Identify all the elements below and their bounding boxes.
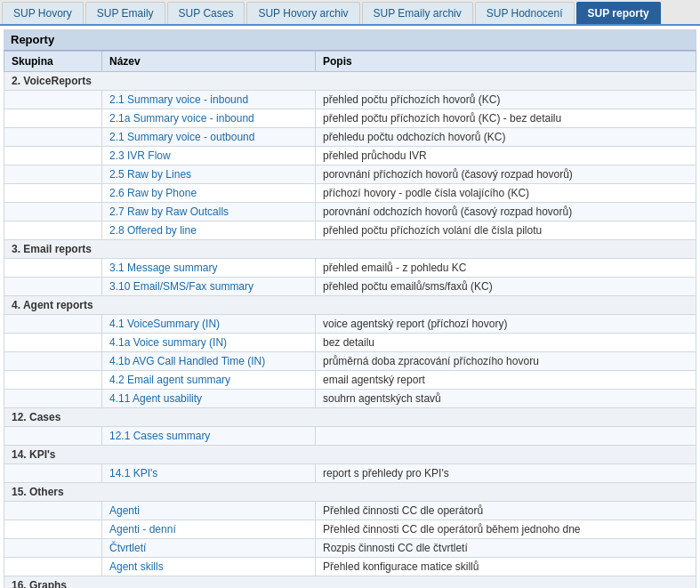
cell-popis: Přehled činnosti CC dle operátorů během … (316, 520, 696, 539)
group-row-g14: 14. KPI's (4, 446, 696, 464)
cell-popis: přehled počtu příchozích volání dle čísl… (316, 222, 696, 240)
table-row: 3.10 Email/SMS/Fax summarypřehled počtu … (4, 278, 696, 296)
tab-bar: SUP HovorySUP EmailySUP CasesSUP Hovory … (0, 0, 700, 26)
table-row: 4.11 Agent usabilitysouhrn agentských st… (4, 390, 696, 408)
cell-skupina (4, 371, 102, 390)
cell-nazev[interactable]: 3.1 Message summary (102, 259, 316, 278)
table-row: 2.5 Raw by Linesporovnání příchozích hov… (4, 165, 696, 184)
cell-nazev[interactable]: Agenti (102, 502, 316, 520)
cell-nazev[interactable]: Agenti - denní (102, 520, 316, 539)
cell-popis: příchozí hovory - podle čísla volajícího… (316, 184, 696, 203)
group-label: 16. Graphs (4, 576, 696, 589)
table-row: 2.7 Raw by Raw Outcallsporovnání odchozí… (4, 203, 696, 222)
table-row: Agent skillsPřehled konfigurace matice s… (4, 558, 696, 576)
cell-popis: přehled emailů - z pohledu KC (316, 259, 696, 278)
col-skupina: Skupina (4, 52, 102, 72)
cell-nazev[interactable]: 4.1b AVG Call Handled Time (IN) (102, 352, 316, 371)
cell-popis: porovnání odchozích hovorů (časový rozpa… (316, 203, 696, 222)
group-label: 2. VoiceReports (4, 72, 696, 91)
section-title: Reporty (11, 33, 54, 46)
cell-nazev[interactable]: 2.3 IVR Flow (102, 147, 316, 165)
cell-skupina (4, 558, 102, 576)
tab-emaily-archiv[interactable]: SUP Emaily archiv (362, 2, 473, 24)
cell-skupina (4, 520, 102, 539)
cell-skupina (4, 352, 102, 371)
section-header: Reporty (4, 29, 696, 51)
table-row: 2.6 Raw by Phonepříchozí hovory - podle … (4, 184, 696, 203)
cell-skupina (4, 109, 102, 128)
table-row: 4.1a Voice summary (IN)bez detailu (4, 334, 696, 352)
cell-nazev[interactable]: 2.7 Raw by Raw Outcalls (102, 203, 316, 222)
table-row: 14.1 KPI'sreport s přehledy pro KPI's (4, 464, 696, 483)
group-row-g12: 12. Cases (4, 408, 696, 427)
table-row: 2.1 Summary voice - inboundpřehled počtu… (4, 91, 696, 109)
group-row-g2: 2. VoiceReports (4, 72, 696, 91)
cell-nazev[interactable]: 2.8 Offered by line (102, 222, 316, 240)
cell-nazev[interactable]: 12.1 Cases summary (102, 427, 316, 446)
cell-skupina (4, 539, 102, 558)
cell-nazev[interactable]: 14.1 KPI's (102, 464, 316, 483)
cell-popis: email agentský report (316, 371, 696, 390)
table-row: 2.1a Summary voice - inboundpřehled počt… (4, 109, 696, 128)
cell-skupina (4, 315, 102, 334)
cell-skupina (4, 203, 102, 222)
tab-hovory-archiv[interactable]: SUP Hovory archiv (246, 2, 359, 24)
cell-nazev[interactable]: 2.1 Summary voice - outbound (102, 128, 316, 147)
cell-skupina (4, 464, 102, 483)
cell-nazev[interactable]: 4.11 Agent usability (102, 390, 316, 408)
cell-nazev[interactable]: 2.6 Raw by Phone (102, 184, 316, 203)
cell-nazev[interactable]: 2.5 Raw by Lines (102, 165, 316, 184)
cell-nazev[interactable]: 2.1 Summary voice - inbound (102, 91, 316, 109)
table-row: 4.1 VoiceSummary (IN)voice agentský repo… (4, 315, 696, 334)
cell-popis: přehled počtu příchozích hovorů (KC) - b… (316, 109, 696, 128)
group-row-g3: 3. Email reports (4, 240, 696, 259)
cell-nazev[interactable]: 4.1 VoiceSummary (IN) (102, 315, 316, 334)
tab-cases[interactable]: SUP Cases (167, 2, 245, 24)
tab-hodnoceni[interactable]: SUP Hodnocení (475, 2, 575, 24)
table-row: 2.3 IVR Flowpřehled průchodu IVR (4, 147, 696, 165)
cell-skupina (4, 390, 102, 408)
cell-popis: Přehled konfigurace matice skillů (316, 558, 696, 576)
cell-nazev[interactable]: Čtvrtletí (102, 539, 316, 558)
cell-popis: Přehled činnosti CC dle operátorů (316, 502, 696, 520)
cell-skupina (4, 165, 102, 184)
cell-popis: průměrná doba zpracování příchozího hovo… (316, 352, 696, 371)
group-row-g15: 15. Others (4, 483, 696, 502)
table-row: 4.1b AVG Call Handled Time (IN)průměrná … (4, 352, 696, 371)
cell-skupina (4, 222, 102, 240)
table-row: AgentiPřehled činnosti CC dle operátorů (4, 502, 696, 520)
cell-popis (316, 427, 696, 446)
cell-popis: bez detailu (316, 334, 696, 352)
cell-nazev[interactable]: 4.1a Voice summary (IN) (102, 334, 316, 352)
table-row: 4.2 Email agent summaryemail agentský re… (4, 371, 696, 390)
cell-nazev[interactable]: 2.1a Summary voice - inbound (102, 109, 316, 128)
cell-popis: Rozpis činnosti CC dle čtvrtletí (316, 539, 696, 558)
cell-skupina (4, 147, 102, 165)
cell-skupina (4, 334, 102, 352)
cell-nazev[interactable]: 4.2 Email agent summary (102, 371, 316, 390)
cell-skupina (4, 128, 102, 147)
group-label: 4. Agent reports (4, 296, 696, 315)
cell-skupina (4, 427, 102, 446)
cell-nazev[interactable]: Agent skills (102, 558, 316, 576)
col-popis: Popis (316, 52, 696, 72)
table-row: ČtvrtletíRozpis činnosti CC dle čtvrtlet… (4, 539, 696, 558)
group-label: 3. Email reports (4, 240, 696, 259)
group-label: 12. Cases (4, 408, 696, 427)
col-nazev: Název (102, 52, 316, 72)
group-label: 14. KPI's (4, 446, 696, 464)
cell-skupina (4, 91, 102, 109)
group-label: 15. Others (4, 483, 696, 502)
tab-hovory[interactable]: SUP Hovory (2, 2, 84, 24)
cell-skupina (4, 278, 102, 296)
cell-popis: přehled počtu příchozích hovorů (KC) (316, 91, 696, 109)
cell-nazev[interactable]: 3.10 Email/SMS/Fax summary (102, 278, 316, 296)
reports-table: Skupina Název Popis 2. VoiceReports2.1 S… (4, 51, 696, 588)
tab-emaily[interactable]: SUP Emaily (85, 2, 165, 24)
tab-reporty[interactable]: SUP reporty (576, 2, 661, 24)
group-row-g16: 16. Graphs (4, 576, 696, 589)
table-row: 3.1 Message summarypřehled emailů - z po… (4, 259, 696, 278)
cell-popis: přehled počtu emailů/sms/faxů (KC) (316, 278, 696, 296)
group-row-g4: 4. Agent reports (4, 296, 696, 315)
cell-popis: report s přehledy pro KPI's (316, 464, 696, 483)
